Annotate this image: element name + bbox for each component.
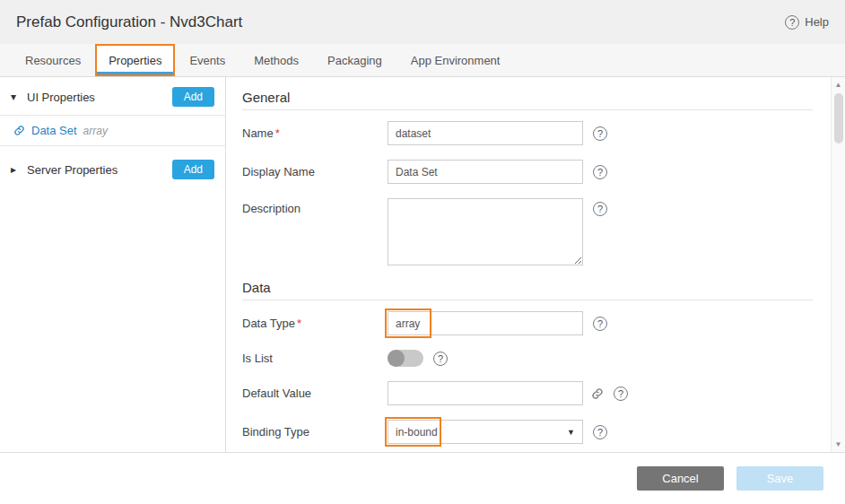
help-label: Help [805,15,829,29]
ui-properties-label: UI Properties [27,91,95,104]
tab-properties[interactable]: Properties [95,44,175,76]
tab-bar: Resources Properties Events Methods Pack… [0,44,845,77]
page-title: Prefab Configuration - Nvd3Chart [16,13,242,31]
display-name-label: Display Name [242,165,388,178]
description-input[interactable] [388,198,583,265]
section-title-general: General [242,90,813,109]
data-type-help-icon[interactable]: ? [593,317,607,331]
caret-down-icon: ▾ [11,91,20,103]
default-value-field-row: Default Value ? [242,381,813,405]
is-list-toggle[interactable] [388,350,423,367]
binding-type-value: in-bound [396,426,438,439]
window-header: Prefab Configuration - Nvd3Chart ? Help [0,0,845,44]
is-list-toggle-knob [388,350,405,367]
is-list-help-icon[interactable]: ? [433,352,448,366]
dialog-footer: Cancel Save [0,453,845,504]
scrollbar-thumb[interactable] [834,93,843,143]
vertical-scrollbar[interactable]: ▲ ▼ [831,77,845,452]
caret-right-icon: ▸ [11,163,20,176]
tab-methods[interactable]: Methods [240,44,313,76]
help-button[interactable]: ? Help [785,15,829,30]
properties-sidebar: ▾ UI Properties Add Data Set array ▸ Ser… [0,77,226,452]
binding-type-help-icon[interactable]: ? [593,425,607,439]
data-set-item-label: Data Set [31,124,77,137]
data-type-label: Data Type* [242,317,388,330]
scroll-down-icon[interactable]: ▼ [835,439,842,450]
property-form: General Name* ? Display Name ? Descripti… [226,77,831,452]
binding-type-field-row: Binding Type in-bound ▼ ? [242,420,813,444]
active-tab-underline [97,72,173,74]
is-list-label: Is List [242,352,388,365]
tab-events[interactable]: Events [175,44,240,76]
sidebar-group-ui-properties[interactable]: ▾ UI Properties Add [0,79,225,115]
name-input[interactable] [388,121,583,145]
name-help-icon[interactable]: ? [593,126,607,141]
content-area: ▾ UI Properties Add Data Set array ▸ Ser… [0,77,845,453]
default-value-help-icon[interactable]: ? [614,387,628,401]
default-value-input[interactable] [388,381,583,405]
cancel-button[interactable]: Cancel [637,466,724,491]
section-title-data: Data [242,280,813,300]
name-label: Name* [242,126,388,140]
bind-property-icon[interactable] [591,387,604,400]
bind-link-icon [13,125,25,136]
default-value-label: Default Value [242,387,388,400]
required-marker: * [297,317,301,330]
binding-type-select[interactable]: in-bound ▼ [388,420,583,444]
add-ui-property-button[interactable]: Add [172,87,214,107]
section-divider [242,109,813,110]
data-set-item-type: array [83,125,108,137]
section-divider [242,300,813,300]
tab-resources[interactable]: Resources [11,44,95,76]
tab-app-environment[interactable]: App Environment [396,44,515,76]
help-icon: ? [785,15,799,30]
display-name-input[interactable] [388,160,583,184]
server-properties-label: Server Properties [27,163,118,177]
data-type-input[interactable] [388,311,583,335]
is-list-field-row: Is List ? [242,350,813,367]
data-type-field-row: Data Type* ? [242,311,813,335]
prefab-configuration-window: Prefab Configuration - Nvd3Chart ? Help … [0,0,845,504]
chevron-down-icon: ▼ [567,428,575,437]
save-button[interactable]: Save [736,466,823,491]
description-label: Description [242,198,388,215]
tab-packaging[interactable]: Packaging [313,44,396,76]
required-marker: * [275,126,280,140]
description-field-row: Description ? [242,198,813,265]
binding-type-label: Binding Type [242,425,388,439]
sidebar-group-server-properties[interactable]: ▸ Server Properties Add [0,152,225,187]
description-help-icon[interactable]: ? [593,202,607,216]
display-name-field-row: Display Name ? [242,160,813,184]
add-server-property-button[interactable]: Add [172,160,214,179]
sidebar-item-data-set[interactable]: Data Set array [0,115,225,146]
display-name-help-icon[interactable]: ? [593,165,607,179]
scroll-up-icon[interactable]: ▲ [835,79,842,91]
name-field-row: Name* ? [242,121,813,145]
